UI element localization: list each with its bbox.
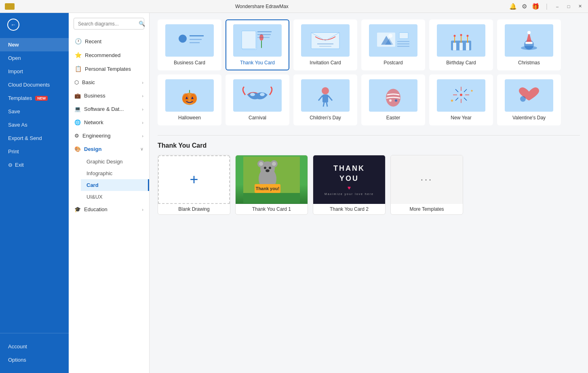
nav-group-software[interactable]: 💻 Software & Dat... › <box>69 102 149 116</box>
blank-drawing-label: Blank Drawing <box>158 204 230 214</box>
thank-you-card-thumb <box>233 24 282 57</box>
new-year-svg: ★ ★ <box>443 83 479 109</box>
postcard-svg <box>375 28 411 54</box>
business-card-svg <box>171 28 208 54</box>
card-type-birthday-card[interactable]: Birthday Card <box>429 19 493 70</box>
svg-point-77 <box>520 96 526 102</box>
search-box[interactable]: 🔍 <box>74 18 144 30</box>
childrens-day-thumb <box>301 79 350 112</box>
sidebar-item-print[interactable]: Print <box>0 145 69 158</box>
svg-rect-7 <box>242 31 256 49</box>
svg-line-59 <box>327 102 327 106</box>
thank-you-card-2[interactable]: THANK YOU ♥ Maximize your love here Than… <box>313 155 386 215</box>
sidebar-item-exit[interactable]: ⊖ Exit <box>0 158 69 172</box>
carnival-svg <box>239 83 276 109</box>
nav-child-uiux[interactable]: UI&UX <box>81 191 149 203</box>
search-input[interactable] <box>78 21 139 27</box>
card-type-childrens-day[interactable]: Children's Day <box>293 74 357 125</box>
svg-rect-22 <box>399 32 408 38</box>
sidebar-item-saveas[interactable]: Save As <box>0 118 69 131</box>
nav-design-label: Design <box>84 146 101 152</box>
invitation-card-svg <box>307 28 344 54</box>
carnival-thumb <box>233 79 282 112</box>
sidebar-item-cloud[interactable]: Cloud Documents <box>0 78 69 91</box>
christmas-thumb <box>505 24 553 57</box>
titlebar-right: 🔔 ⚙ 🎁 | – □ ✕ <box>509 3 583 10</box>
nav-group-education[interactable]: 🎓 Education › <box>69 203 149 216</box>
sidebar-item-import[interactable]: Import <box>0 65 69 78</box>
sidebar-item-export[interactable]: Export & Send <box>0 131 69 145</box>
sidebar-item-templates[interactable]: Templates NEW <box>0 91 69 105</box>
back-button[interactable]: ← <box>0 13 69 36</box>
nav-recent[interactable]: 🕐 Recent <box>69 34 149 48</box>
minimize-button[interactable]: – <box>554 3 561 10</box>
sidebar-item-open[interactable]: Open <box>0 51 69 65</box>
card-type-new-year[interactable]: ★ ★ New Year <box>429 74 493 125</box>
software-icon: 💻 <box>74 106 81 112</box>
infographic-label: Infographic <box>86 170 112 176</box>
search-icon: 🔍 <box>139 21 145 27</box>
nav-group-business[interactable]: 💼 Business › <box>69 89 149 102</box>
card-type-easter[interactable]: Easter <box>361 74 425 125</box>
sidebar-item-options[interactable]: Options <box>0 353 69 367</box>
sidebar-item-account[interactable]: Account <box>0 340 69 353</box>
close-button[interactable]: ✕ <box>577 3 583 10</box>
nav-child-infographic[interactable]: Infographic <box>81 167 149 179</box>
card-label: Card <box>86 182 99 188</box>
svg-point-84 <box>259 162 263 166</box>
svg-text:Thank you!: Thank you! <box>256 186 280 191</box>
more-templates-thumb: ··· <box>391 155 463 204</box>
nav-child-graphic-design[interactable]: Graphic Design <box>81 156 149 167</box>
sidebar-label-templates: Templates <box>8 95 32 101</box>
nav-child-card[interactable]: Card <box>81 179 149 191</box>
notification-icon[interactable]: 🔔 <box>509 3 517 10</box>
recent-icon: 🕐 <box>74 38 82 45</box>
software-chevron: › <box>142 107 143 112</box>
gift-icon[interactable]: 🎁 <box>532 3 540 10</box>
nav-group-network[interactable]: 🌐 Network › <box>69 116 149 129</box>
nav-personal-templates[interactable]: 📋 Personal Templates <box>69 62 149 76</box>
titlebar: Wondershare EdrawMax 🔔 ⚙ 🎁 | – □ ✕ <box>0 0 588 13</box>
sidebar-item-new[interactable]: New <box>0 38 69 51</box>
postcard-thumb <box>369 24 417 57</box>
card-type-grid: Business Card <box>158 19 580 125</box>
grid-icon[interactable]: ⚙ <box>522 3 527 10</box>
nav-group-design[interactable]: 🎨 Design ∨ <box>69 142 149 156</box>
bottom-templates: + Blank Drawing <box>158 155 580 215</box>
sidebar-item-save[interactable]: Save <box>0 105 69 118</box>
app-title: Wondershare EdrawMax <box>15 4 509 9</box>
card-type-postcard[interactable]: Postcard <box>361 19 425 70</box>
childrens-day-label: Children's Day <box>310 115 341 121</box>
app-icon <box>5 3 15 10</box>
blank-drawing-card[interactable]: + Blank Drawing <box>158 155 230 215</box>
more-templates-card[interactable]: ··· More Templates <box>390 155 463 215</box>
nav-education-label: Education <box>84 206 107 212</box>
nav-group-engineering[interactable]: ⚙ Engineering › <box>69 129 149 142</box>
nav-recent-label: Recent <box>85 38 101 45</box>
sidebar-label-new: New <box>8 42 19 48</box>
nav-group-basic[interactable]: ⬡ Basic › <box>69 76 149 89</box>
education-chevron: › <box>142 207 143 212</box>
uiux-label: UI&UX <box>86 194 103 200</box>
network-icon: 🌐 <box>74 119 81 125</box>
card-type-halloween[interactable]: Halloween <box>158 74 221 125</box>
card-type-christmas[interactable]: Christmas <box>497 19 561 70</box>
more-templates-label: More Templates <box>391 204 463 214</box>
card-type-invitation-card[interactable]: Invitation Card <box>293 19 357 70</box>
new-year-label: New Year <box>451 115 471 121</box>
recommended-icon: ⭐ <box>74 52 82 58</box>
card-type-business-card[interactable]: Business Card <box>158 19 221 70</box>
card-type-carnival[interactable]: Carnival <box>226 74 289 125</box>
childrens-day-svg <box>307 83 344 109</box>
maximize-button[interactable]: □ <box>565 3 572 10</box>
svg-rect-30 <box>466 42 469 50</box>
svg-point-46 <box>190 93 197 103</box>
section-divider <box>158 135 580 136</box>
svg-point-85 <box>272 162 276 166</box>
nav-recommended[interactable]: ⭐ Recommended <box>69 48 149 62</box>
thank-you-1-label: Thank You Card 1 <box>236 204 308 214</box>
card-type-thank-you-card[interactable]: Thank You Card <box>226 19 289 70</box>
thank-you-card-1[interactable]: Thank you! Thank You Card 1 <box>235 155 308 215</box>
sidebar-label-cloud: Cloud Documents <box>8 82 50 88</box>
card-type-valentines-day[interactable]: Valentine's Day <box>497 74 561 125</box>
